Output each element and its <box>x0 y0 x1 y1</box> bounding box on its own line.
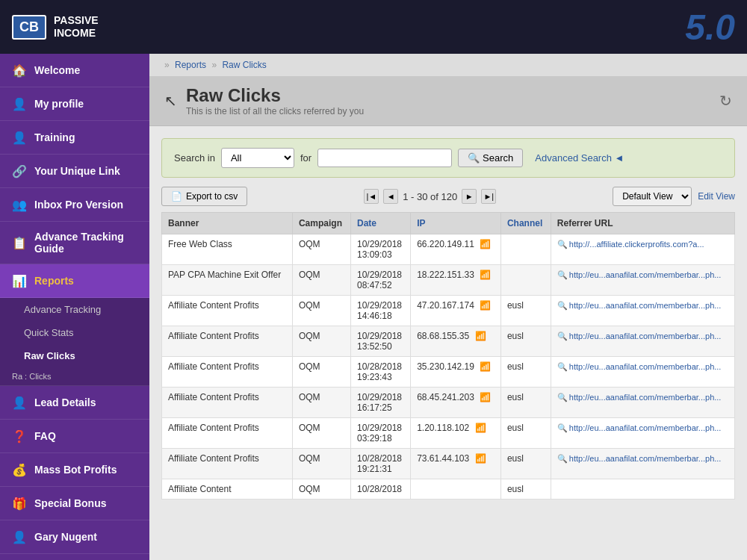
col-ip-link[interactable]: IP <box>417 218 425 228</box>
col-ip: IP <box>411 213 501 234</box>
table-row: Affiliate Content Profits OQM 10/28/2018… <box>162 357 735 388</box>
col-referrer: Referrer URL <box>551 213 734 234</box>
search-button[interactable]: 🔍 Search <box>458 149 523 167</box>
cell-ip: 66.220.149.11 📶 <box>411 234 501 265</box>
cell-channel: eusl <box>500 296 551 326</box>
magnify-icon: 🔍 <box>557 240 568 249</box>
bonus-icon: 🎁 <box>12 496 27 511</box>
col-channel: Channel <box>500 213 551 234</box>
logo: CB PASSIVE INCOME <box>12 14 99 40</box>
last-page-button[interactable]: ►| <box>481 189 496 204</box>
search-bar: Search in All Banner Campaign IP Channel… <box>161 138 735 178</box>
cell-banner: Affiliate Content Profits <box>162 418 293 449</box>
wifi-icon: 📶 <box>475 423 486 433</box>
sidebar-item-label: Inbox Pro Version <box>34 199 123 211</box>
cell-banner: Affiliate Content Profits <box>162 296 293 326</box>
sidebar-item-faq[interactable]: ❓ FAQ <box>0 420 149 453</box>
advanced-search-link[interactable]: Advanced Search ◄ <box>535 152 624 164</box>
data-table: Banner Campaign Date IP Channel Referrer… <box>161 212 735 500</box>
url-text[interactable]: http://...affiliate.clickerprofits.com?a… <box>569 240 704 249</box>
cell-banner: Affiliate Content Profits <box>162 357 293 388</box>
sidebar-item-reports[interactable]: 📊 Reports <box>0 264 149 298</box>
refresh-button[interactable]: ↻ <box>719 92 732 110</box>
cell-date: 10/29/2018 13:09:03 <box>350 234 410 265</box>
search-icon: 🔍 <box>468 152 480 164</box>
sidebar-item-logout[interactable]: 🚪 Logout <box>0 554 149 560</box>
search-in-select[interactable]: All Banner Campaign IP Channel <box>221 148 294 168</box>
cell-banner: Free Web Class <box>162 234 293 265</box>
cell-referrer: 🔍http://eu...aanafilat.com/memberbar...p… <box>551 388 734 418</box>
sidebar-item-label: FAQ <box>34 430 56 442</box>
cell-campaign: OQM <box>292 234 350 265</box>
sidebar-item-gary-nugent[interactable]: 👤 Gary Nugent <box>0 520 149 554</box>
content-area: Search in All Banner Campaign IP Channel… <box>149 126 747 511</box>
sidebar-item-label: Advance Tracking Guide <box>34 231 137 255</box>
next-page-button[interactable]: ► <box>462 189 477 204</box>
url-text[interactable]: http://eu...aanafilat.com/memberbar...ph… <box>569 393 722 402</box>
cell-date: 10/28/2018 19:21:31 <box>350 449 410 479</box>
url-text[interactable]: http://eu...aanafilat.com/memberbar...ph… <box>569 362 722 371</box>
pagination-text: 1 - 30 of 120 <box>403 191 457 202</box>
cell-ip: 73.61.44.103 📶 <box>411 449 501 479</box>
cell-date: 10/29/2018 13:52:50 <box>350 326 410 357</box>
col-channel-link[interactable]: Channel <box>507 218 542 228</box>
url-text[interactable]: http://eu...aanafilat.com/memberbar...ph… <box>569 301 722 310</box>
col-banner: Banner <box>162 213 293 234</box>
cell-campaign: OQM <box>292 418 350 449</box>
cell-campaign: OQM <box>292 326 350 357</box>
user-icon: 👤 <box>12 96 27 111</box>
col-campaign: Campaign <box>292 213 350 234</box>
breadcrumb-separator: » <box>164 60 170 70</box>
cell-ip: 1.20.118.102 📶 <box>411 418 501 449</box>
magnify-icon: 🔍 <box>557 332 568 340</box>
header: CB PASSIVE INCOME 5.0 <box>0 0 747 54</box>
money-icon: 💰 <box>12 462 27 477</box>
cell-banner: Affiliate Content Profits <box>162 326 293 357</box>
sidebar-item-training[interactable]: 👤 Training <box>0 121 149 155</box>
table-row: Affiliate Content OQM 10/28/2018 eusl <box>162 479 735 500</box>
edit-view-link[interactable]: Edit View <box>698 191 735 202</box>
table-row: Affiliate Content Profits OQM 10/29/2018… <box>162 388 735 418</box>
logo-text: PASSIVE INCOME <box>54 14 99 40</box>
url-text[interactable]: http://eu...aanafilat.com/memberbar...ph… <box>569 454 722 463</box>
breadcrumb-raw-clicks[interactable]: Raw Clicks <box>222 60 266 70</box>
sidebar-item-advance-tracking[interactable]: Advance Tracking <box>0 298 149 321</box>
table-row: Affiliate Content Profits OQM 10/28/2018… <box>162 449 735 479</box>
cell-ip: 35.230.142.19 📶 <box>411 357 501 388</box>
view-select[interactable]: Default View <box>613 187 692 206</box>
prev-page-button[interactable]: ◄ <box>383 189 398 204</box>
lead-icon: 👤 <box>12 395 27 410</box>
sidebar-item-raw-clicks[interactable]: Raw Clicks <box>0 344 149 367</box>
sidebar-item-welcome[interactable]: 🏠 Welcome <box>0 54 149 87</box>
sidebar-item-lead-details[interactable]: 👤 Lead Details <box>0 386 149 420</box>
cell-referrer: 🔍http://eu...aanafilat.com/memberbar...p… <box>551 265 734 296</box>
sidebar-item-special-bonus[interactable]: 🎁 Special Bonus <box>0 487 149 520</box>
sidebar-item-quick-stats[interactable]: Quick Stats <box>0 321 149 344</box>
url-text[interactable]: http://eu...aanafilat.com/memberbar...ph… <box>569 270 722 279</box>
cell-channel: eusl <box>500 326 551 357</box>
cell-referrer: 🔍http://...affiliate.clickerprofits.com?… <box>551 234 734 265</box>
sidebar-item-advance-tracking-guide[interactable]: 📋 Advance Tracking Guide <box>0 222 149 264</box>
sidebar-item-label: Your Unique Link <box>34 165 120 177</box>
faq-icon: ❓ <box>12 429 27 444</box>
magnify-icon: 🔍 <box>557 301 568 310</box>
sidebar-item-inbox-pro[interactable]: 👥 Inbox Pro Version <box>0 188 149 222</box>
col-date-link[interactable]: Date <box>357 218 376 228</box>
table-header-row: Banner Campaign Date IP Channel Referrer… <box>162 213 735 234</box>
search-input[interactable] <box>317 149 452 167</box>
url-text[interactable]: http://eu...aanafilat.com/memberbar...ph… <box>569 332 722 340</box>
for-label: for <box>300 152 311 164</box>
sidebar-item-unique-link[interactable]: 🔗 Your Unique Link <box>0 155 149 188</box>
export-button[interactable]: 📄 Export to csv <box>161 187 247 206</box>
sidebar-item-my-profile[interactable]: 👤 My profile <box>0 87 149 121</box>
cell-campaign: OQM <box>292 388 350 418</box>
sidebar-item-mass-bot-profits[interactable]: 💰 Mass Bot Profits <box>0 453 149 487</box>
breadcrumb-reports[interactable]: Reports <box>175 60 206 70</box>
cell-referrer: 🔍http://eu...aanafilat.com/memberbar...p… <box>551 296 734 326</box>
url-text[interactable]: http://eu...aanafilat.com/memberbar...ph… <box>569 423 722 432</box>
cell-referrer: 🔍http://eu...aanafilat.com/memberbar...p… <box>551 326 734 357</box>
first-page-button[interactable]: |◄ <box>364 189 379 204</box>
col-date: Date <box>350 213 410 234</box>
page-title: Raw Clicks <box>186 85 364 106</box>
table-row: Free Web Class OQM 10/29/2018 13:09:03 6… <box>162 234 735 265</box>
